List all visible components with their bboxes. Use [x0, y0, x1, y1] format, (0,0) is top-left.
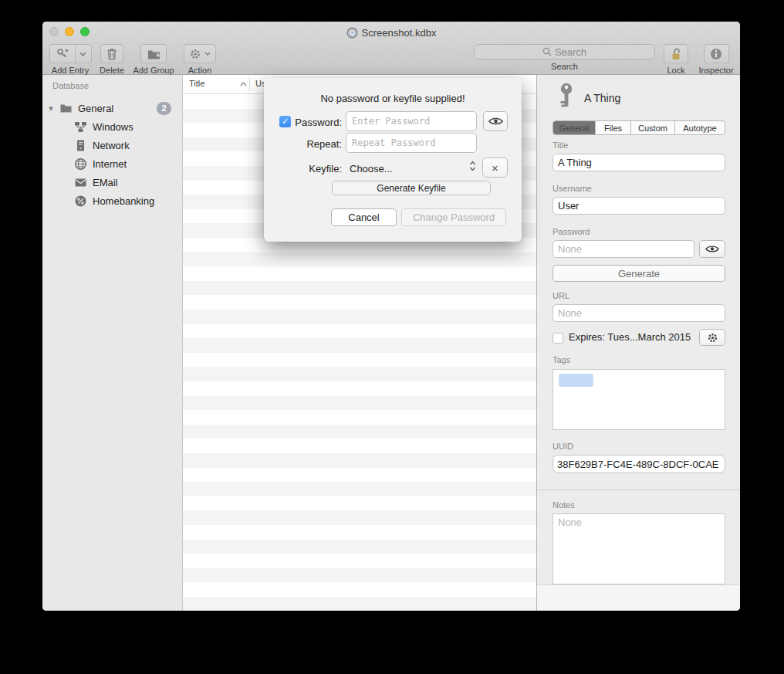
- lock-button[interactable]: [664, 44, 688, 63]
- chevron-down-icon: [204, 52, 211, 56]
- server-icon: [74, 139, 87, 152]
- sheet-password-label: Password:: [264, 117, 342, 128]
- inspector-label: Inspector: [698, 66, 733, 75]
- add-entry-dropdown[interactable]: [76, 44, 92, 63]
- url-field-label: URL: [553, 291, 569, 300]
- sidebar-item-label: Windows: [93, 121, 133, 133]
- add-group-button[interactable]: [140, 44, 167, 63]
- change-password-button[interactable]: Change Password: [401, 208, 506, 226]
- title-field-label: Title: [553, 141, 568, 150]
- sheet-keyfile-label: Keyfile:: [264, 163, 342, 174]
- url-field[interactable]: [553, 304, 725, 322]
- unlocked-padlock-icon: [671, 48, 682, 60]
- tab-general[interactable]: General: [553, 121, 596, 134]
- column-header-title[interactable]: Title: [189, 79, 204, 88]
- sidebar-item-label: General: [78, 103, 113, 114]
- inspector-footer: [537, 584, 740, 611]
- sheet-show-password-button[interactable]: [483, 111, 508, 131]
- globe-icon: [74, 157, 87, 171]
- sheet-repeat-input[interactable]: [346, 133, 477, 153]
- tab-files[interactable]: Files: [596, 121, 631, 134]
- search-icon: [542, 47, 552, 56]
- generate-keyfile-button[interactable]: Generate Keyfile: [332, 181, 491, 195]
- generate-password-button[interactable]: Generate: [553, 265, 725, 282]
- app-window: Screenshot.kdbx Add Entry: [42, 22, 740, 611]
- key-plus-icon: [49, 44, 76, 63]
- notes-field[interactable]: [553, 513, 725, 584]
- sort-ascending-icon: [240, 82, 247, 86]
- clear-keyfile-button[interactable]: ×: [482, 157, 508, 178]
- search-input[interactable]: Search: [474, 44, 655, 59]
- add-entry-label: Add Entry: [52, 66, 89, 75]
- title-field[interactable]: [553, 154, 725, 171]
- disclosure-triangle-icon[interactable]: ▾: [46, 103, 56, 113]
- add-entry-button[interactable]: [49, 44, 92, 63]
- window-title: Screenshot.kdbx: [362, 27, 437, 39]
- sidebar: Database ▾ General 2 Windows: [42, 75, 183, 611]
- window-chrome: Screenshot.kdbx Add Entry: [42, 22, 740, 75]
- show-password-button[interactable]: [699, 240, 725, 258]
- tags-label: Tags: [553, 355, 570, 364]
- chevron-down-icon: [79, 52, 86, 56]
- uuid-label: UUID: [553, 442, 573, 451]
- percent-icon: [74, 195, 87, 208]
- sidebar-item-label: Homebanking: [93, 195, 154, 207]
- username-field[interactable]: [553, 197, 725, 215]
- delete-button[interactable]: [100, 44, 123, 63]
- expires-settings-button[interactable]: [699, 329, 725, 346]
- info-icon: [710, 48, 722, 60]
- eye-icon: [488, 117, 503, 126]
- eye-icon: [705, 245, 719, 253]
- sidebar-item-general[interactable]: ▾ General 2: [42, 100, 182, 117]
- stepper-icon[interactable]: [469, 161, 476, 171]
- key-icon: [558, 83, 575, 110]
- lock-label: Lock: [667, 66, 684, 75]
- sidebar-item-label: Network: [93, 140, 130, 151]
- document-icon: [346, 27, 358, 39]
- inspector-divider: [537, 489, 740, 490]
- gear-icon: [707, 332, 718, 344]
- folder-plus-icon: [147, 49, 161, 59]
- sidebar-section-header: Database: [52, 81, 89, 90]
- search-placeholder: Search: [555, 46, 586, 58]
- cancel-button[interactable]: Cancel: [331, 208, 397, 226]
- sheet-repeat-label: Repeat:: [264, 138, 342, 150]
- tag-token[interactable]: [559, 374, 593, 387]
- delete-label: Delete: [100, 66, 124, 75]
- uuid-field[interactable]: [553, 455, 725, 473]
- expires-checkbox[interactable]: [553, 333, 563, 344]
- sidebar-item-label: Internet: [93, 158, 127, 170]
- network-computers-icon: [74, 120, 87, 134]
- password-field[interactable]: [553, 240, 694, 258]
- notes-label: Notes: [553, 500, 575, 510]
- keyfile-popup[interactable]: Choose...: [350, 163, 393, 174]
- entry-title: A Thing: [584, 92, 620, 104]
- password-field-label: Password: [553, 227, 590, 236]
- sidebar-item-label: EMail: [93, 177, 118, 188]
- add-group-label: Add Group: [133, 66, 174, 75]
- action-button[interactable]: [184, 44, 216, 63]
- trash-icon: [106, 48, 117, 60]
- sheet-warning-message: No password or keyfile supplied!: [264, 93, 522, 104]
- search-label: Search: [551, 62, 578, 71]
- tab-custom[interactable]: Custom: [631, 121, 675, 134]
- username-field-label: Username: [553, 184, 592, 193]
- column-separator[interactable]: [249, 77, 250, 91]
- tab-autotype[interactable]: Autotype: [675, 121, 725, 134]
- inspector-panel: A Thing General Files Custom Autotype Ti…: [536, 75, 740, 611]
- expires-label: Expires: Tues...March 2015: [569, 331, 691, 343]
- tags-field[interactable]: [553, 369, 725, 430]
- inspector-tabs: General Files Custom Autotype: [553, 120, 725, 135]
- sheet-password-input[interactable]: [346, 111, 477, 131]
- action-label: Action: [188, 66, 212, 75]
- inspector-button[interactable]: [704, 44, 729, 63]
- entry-count-badge: 2: [157, 102, 171, 115]
- envelope-icon: [74, 176, 87, 189]
- folder-icon: [59, 102, 73, 115]
- titlebar: Screenshot.kdbx: [42, 25, 740, 39]
- change-password-sheet: No password or keyfile supplied! ✓ Passw…: [264, 78, 522, 242]
- x-icon: ×: [492, 161, 498, 174]
- gear-icon: [189, 48, 201, 60]
